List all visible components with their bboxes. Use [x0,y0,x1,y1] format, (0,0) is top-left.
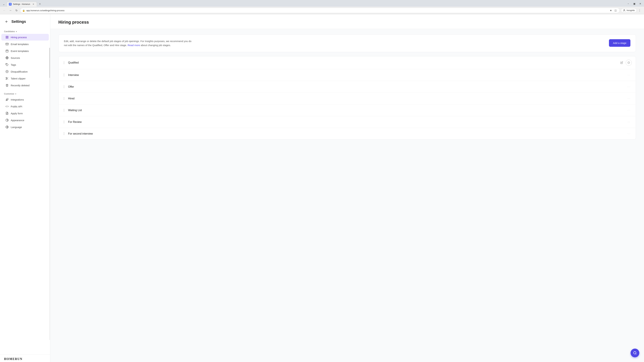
add-stage-button[interactable]: Add a stage [609,39,630,47]
sidebar-item-disqualification[interactable]: Disqualification [1,68,49,75]
list-icon [5,35,9,39]
more-options-for-review[interactable]: ··· [626,119,632,124]
svg-point-8 [6,64,6,64]
drag-handle-for-review[interactable] [62,120,66,124]
calendar-icon [5,49,9,53]
drag-handle-for-second-interview[interactable] [62,132,66,136]
more-options-hired[interactable]: ··· [626,96,632,101]
stage-item-qualified: Qualified [58,56,636,69]
drag-handle-qualified[interactable] [62,61,66,65]
drag-handle-offer[interactable] [62,85,66,89]
tab-favicon: H [9,3,12,5]
stage-name-hired: Hired [68,97,623,100]
tab-switcher[interactable]: ⌄ [1,2,6,6]
bookmark-button[interactable]: ★ [609,8,613,12]
svg-point-0 [624,9,625,10]
stage-name-offer: Offer [68,85,623,88]
forward-nav-button[interactable]: → [8,8,13,13]
sidebar: Settings Candidates ▼ Hiring process [0,14,50,362]
sidebar-item-tags[interactable]: Tags [1,61,49,68]
help-button[interactable] [630,349,639,357]
sidebar-item-apply-form[interactable]: Apply form [1,110,49,117]
scrollbar-thumb [49,48,50,78]
form-icon [5,112,9,115]
edit-stage-button-qualified[interactable] [619,60,624,65]
page-header: Hiring process [50,14,644,29]
candidates-section-label[interactable]: Candidates ▼ [0,28,50,34]
more-options-waiting-list[interactable]: ··· [626,108,632,113]
split-view-button[interactable]: ◫ [614,8,618,12]
globe-icon [5,56,9,59]
stage-actions-for-review: ··· [626,119,632,124]
email-icon [5,42,9,46]
more-options-interview[interactable]: ··· [626,72,632,77]
svg-rect-4 [8,37,8,38]
reload-button[interactable]: ↻ [14,8,19,13]
window-controls: − ▣ ✕ [626,1,643,7]
incognito-badge[interactable]: Incognito [621,8,636,12]
tab-close-button[interactable]: ✕ [32,3,35,5]
address-bar-row: ← → ↻ 🔒 app.homerun.co/settings/hiring-p… [0,7,644,14]
stage-actions-qualified [619,60,632,66]
new-tab-button[interactable]: + [38,2,42,6]
drag-handle-hired[interactable] [62,96,66,100]
stage-actions-waiting-list: ··· [626,108,632,113]
sidebar-item-language[interactable]: Language [1,124,49,130]
stage-name-waiting-list: Waiting List [68,109,623,112]
stages-list: Qualified [58,56,636,140]
incognito-label: Incognito [626,9,635,11]
svg-rect-1 [6,36,7,37]
stage-item-hired: Hired ··· [58,93,636,104]
more-options-for-second-interview[interactable]: ··· [626,131,632,136]
sidebar-scrollbar[interactable] [49,44,50,337]
address-actions: ★ ◫ [609,8,618,12]
info-card: Edit, add, rearrange or delete the defau… [58,34,636,52]
scissors-icon [5,77,9,80]
browser-actions: Incognito ⋮ [621,8,642,13]
back-nav-button[interactable]: ← [2,8,7,13]
svg-point-17 [634,352,636,354]
stage-actions-interview: ··· [626,72,632,77]
customize-section-label[interactable]: Customize ▼ [0,91,50,96]
sidebar-item-email-templates[interactable]: Email templates [1,41,49,47]
candidates-arrow-icon: ▼ [16,31,17,32]
tab-title: Settings · Homerun [13,3,31,5]
address-bar[interactable]: 🔒 app.homerun.co/settings/hiring-process… [20,8,620,13]
svg-rect-6 [6,50,8,52]
palette-icon [5,118,9,122]
stage-item-interview: Interview ··· [58,69,636,81]
app-layout: Settings Candidates ▼ Hiring process [0,14,644,362]
delete-stage-button-qualified[interactable] [626,60,632,66]
active-tab[interactable]: H Settings · Homerun ✕ [7,2,37,6]
svg-point-10 [6,77,7,78]
drag-handle-waiting-list[interactable] [62,108,66,112]
sidebar-header: Settings [0,14,50,27]
sidebar-item-sources[interactable]: Sources [1,54,49,61]
page-title: Hiring process [58,19,636,25]
main-content: Hiring process Edit, add, rearrange or d… [50,14,644,362]
close-button[interactable]: ✕ [638,1,643,6]
stage-actions-for-second-interview: ··· [626,131,632,136]
sidebar-item-public-api[interactable]: Public API [1,103,49,110]
language-icon [5,125,9,129]
customize-arrow-icon: ▼ [15,93,16,95]
svg-point-11 [6,79,7,80]
sidebar-item-appearance[interactable]: Appearance [1,117,49,123]
read-more-link[interactable]: Read more [128,44,140,46]
stage-name-for-second-interview: For second interview [68,132,623,135]
sidebar-item-event-templates[interactable]: Event templates [1,48,49,54]
more-options-button[interactable]: ⋮ [637,8,642,13]
sidebar-item-integrations[interactable]: Integrations [1,96,49,103]
minimize-button[interactable]: − [626,1,630,6]
more-options-offer[interactable]: ··· [626,84,632,89]
settings-back-button[interactable] [4,19,10,24]
drag-handle-interview[interactable] [62,73,66,77]
sidebar-item-recently-deleted[interactable]: Recently deleted [1,82,49,89]
svg-rect-5 [6,43,8,45]
restore-button[interactable]: ▣ [632,1,636,6]
sidebar-item-talent-clipper[interactable]: Talent clipper [1,75,49,82]
stage-item-for-review: For Review ··· [58,116,636,128]
sidebar-item-hiring-process[interactable]: Hiring process [1,34,49,40]
stage-item-waiting-list: Waiting List ··· [58,104,636,116]
stage-name-for-review: For Review [68,120,623,123]
